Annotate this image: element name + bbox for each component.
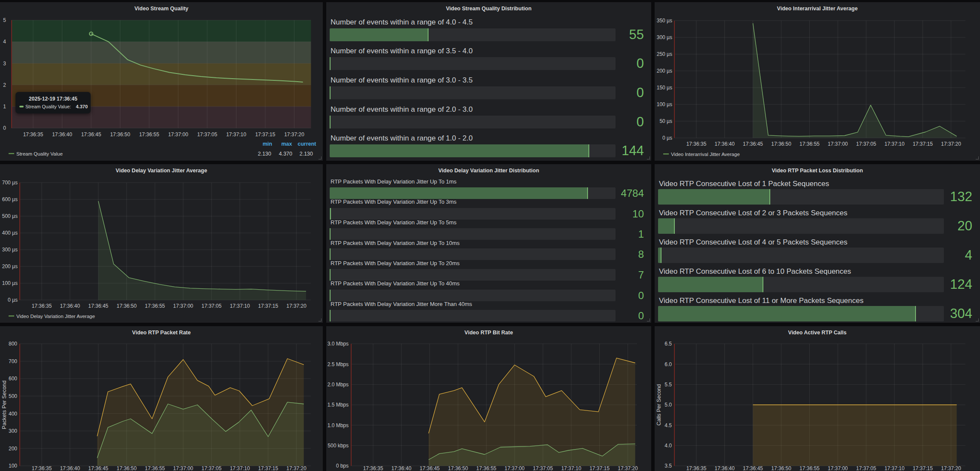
svg-text:17:36:55: 17:36:55 xyxy=(145,465,165,471)
svg-text:17:37:10: 17:37:10 xyxy=(226,132,246,138)
svg-text:200 µs: 200 µs xyxy=(2,263,18,269)
svg-text:17:36:40: 17:36:40 xyxy=(714,465,735,471)
svg-text:17:37:00: 17:37:00 xyxy=(828,141,848,147)
svg-text:17:37:05: 17:37:05 xyxy=(533,465,553,471)
svg-text:min: min xyxy=(263,141,272,147)
svg-text:17:37:00: 17:37:00 xyxy=(168,132,188,138)
svg-text:500: 500 xyxy=(9,393,17,399)
svg-text:2.5 Mbps: 2.5 Mbps xyxy=(328,361,349,367)
svg-text:17:36:40: 17:36:40 xyxy=(60,303,80,309)
svg-text:2.0 Mbps: 2.0 Mbps xyxy=(328,382,349,388)
svg-text:17:36:55: 17:36:55 xyxy=(799,465,820,471)
svg-text:5.5: 5.5 xyxy=(665,382,672,388)
svg-text:17:37:15: 17:37:15 xyxy=(913,141,933,147)
svg-text:Video Interarrival Jitter Aver: Video Interarrival Jitter Average xyxy=(671,152,740,157)
svg-text:17:36:50: 17:36:50 xyxy=(116,303,137,309)
svg-text:4.5: 4.5 xyxy=(665,422,672,428)
svg-text:400 µs: 400 µs xyxy=(2,230,18,236)
svg-text:100: 100 xyxy=(9,463,17,469)
svg-text:17:36:55: 17:36:55 xyxy=(476,465,496,471)
svg-text:100 µs: 100 µs xyxy=(2,280,18,286)
svg-text:1: 1 xyxy=(3,104,6,110)
svg-text:5: 5 xyxy=(3,17,6,23)
svg-text:50 µs: 50 µs xyxy=(659,118,672,124)
svg-text:600 µs: 600 µs xyxy=(2,196,18,202)
svg-text:300 µs: 300 µs xyxy=(2,247,18,253)
svg-text:Packets Per Second: Packets Per Second xyxy=(1,380,7,429)
svg-text:current: current xyxy=(297,141,316,147)
svg-text:300 µs: 300 µs xyxy=(657,34,672,40)
svg-text:17:36:35: 17:36:35 xyxy=(363,465,383,471)
svg-text:max: max xyxy=(281,141,292,147)
svg-text:2.130: 2.130 xyxy=(258,151,271,157)
svg-text:17:36:40: 17:36:40 xyxy=(60,465,80,471)
svg-text:17:36:50: 17:36:50 xyxy=(448,465,468,471)
svg-text:200: 200 xyxy=(9,446,17,452)
svg-text:0 bps: 0 bps xyxy=(336,463,349,469)
svg-text:17:37:15: 17:37:15 xyxy=(589,465,609,471)
svg-text:500 kbps: 500 kbps xyxy=(328,443,349,449)
svg-text:17:36:35: 17:36:35 xyxy=(32,303,52,309)
svg-text:17:37:20: 17:37:20 xyxy=(286,303,306,309)
svg-text:17:36:35: 17:36:35 xyxy=(23,132,43,138)
svg-text:700 µs: 700 µs xyxy=(2,180,18,186)
svg-text:2.130: 2.130 xyxy=(300,151,313,157)
svg-text:0: 0 xyxy=(3,125,6,131)
svg-text:17:36:55: 17:36:55 xyxy=(799,141,820,147)
svg-text:17:37:05: 17:37:05 xyxy=(202,303,222,309)
svg-text:400: 400 xyxy=(9,411,17,417)
svg-text:17:36:45: 17:36:45 xyxy=(88,303,108,309)
svg-text:17:37:05: 17:37:05 xyxy=(856,465,876,471)
svg-text:4.370: 4.370 xyxy=(279,151,292,157)
svg-text:500 µs: 500 µs xyxy=(2,213,18,219)
svg-text:17:36:40: 17:36:40 xyxy=(52,132,72,138)
svg-text:17:36:35: 17:36:35 xyxy=(686,141,707,147)
svg-text:0 µs: 0 µs xyxy=(8,297,18,303)
svg-text:6.5: 6.5 xyxy=(665,341,672,347)
svg-text:17:36:35: 17:36:35 xyxy=(32,465,52,471)
svg-text:17:37:15: 17:37:15 xyxy=(258,303,278,309)
svg-text:17:37:10: 17:37:10 xyxy=(885,465,905,471)
svg-text:17:37:05: 17:37:05 xyxy=(856,141,876,147)
svg-text:17:37:00: 17:37:00 xyxy=(173,303,193,309)
svg-text:Stream Quality Value: Stream Quality Value xyxy=(16,151,63,156)
svg-text:17:37:05: 17:37:05 xyxy=(202,465,222,471)
svg-text:2: 2 xyxy=(3,82,6,88)
svg-text:17:36:45: 17:36:45 xyxy=(81,132,101,138)
svg-text:17:36:50: 17:36:50 xyxy=(771,465,791,471)
svg-text:17:37:00: 17:37:00 xyxy=(828,465,848,471)
svg-text:17:36:50: 17:36:50 xyxy=(110,132,130,138)
svg-text:100 µs: 100 µs xyxy=(657,101,672,107)
svg-text:Video Delay Variation Jitter A: Video Delay Variation Jitter Average xyxy=(16,314,95,319)
svg-text:700: 700 xyxy=(9,358,17,364)
svg-text:1.0 Mbps: 1.0 Mbps xyxy=(328,422,349,428)
svg-text:300: 300 xyxy=(9,428,17,434)
svg-text:250 µs: 250 µs xyxy=(657,51,672,57)
svg-text:17:37:10: 17:37:10 xyxy=(885,141,905,147)
svg-text:17:36:35: 17:36:35 xyxy=(686,465,707,471)
svg-text:0 µs: 0 µs xyxy=(662,135,672,141)
svg-text:17:37:15: 17:37:15 xyxy=(255,132,276,138)
svg-text:17:37:20: 17:37:20 xyxy=(941,465,961,471)
svg-text:17:36:55: 17:36:55 xyxy=(139,132,159,138)
svg-text:17:37:20: 17:37:20 xyxy=(618,465,638,471)
svg-text:150 µs: 150 µs xyxy=(657,85,672,91)
svg-text:17:37:05: 17:37:05 xyxy=(197,132,217,138)
svg-text:17:37:15: 17:37:15 xyxy=(913,465,933,471)
svg-text:4: 4 xyxy=(3,39,6,45)
svg-text:17:37:20: 17:37:20 xyxy=(941,141,961,147)
svg-text:17:36:50: 17:36:50 xyxy=(771,141,791,147)
svg-text:17:36:40: 17:36:40 xyxy=(714,141,735,147)
svg-text:1.5 Mbps: 1.5 Mbps xyxy=(328,402,349,408)
svg-text:17:37:00: 17:37:00 xyxy=(173,465,193,471)
svg-text:17:36:50: 17:36:50 xyxy=(116,465,137,471)
svg-text:17:36:55: 17:36:55 xyxy=(145,303,165,309)
svg-text:Calls Per Second: Calls Per Second xyxy=(656,384,662,426)
svg-text:4.0: 4.0 xyxy=(665,443,672,449)
svg-text:17:37:10: 17:37:10 xyxy=(230,465,250,471)
svg-text:17:36:40: 17:36:40 xyxy=(391,465,411,471)
svg-text:17:37:20: 17:37:20 xyxy=(286,465,306,471)
svg-text:17:36:45: 17:36:45 xyxy=(743,465,763,471)
svg-text:5.0: 5.0 xyxy=(665,402,672,408)
svg-text:200 µs: 200 µs xyxy=(657,68,672,74)
